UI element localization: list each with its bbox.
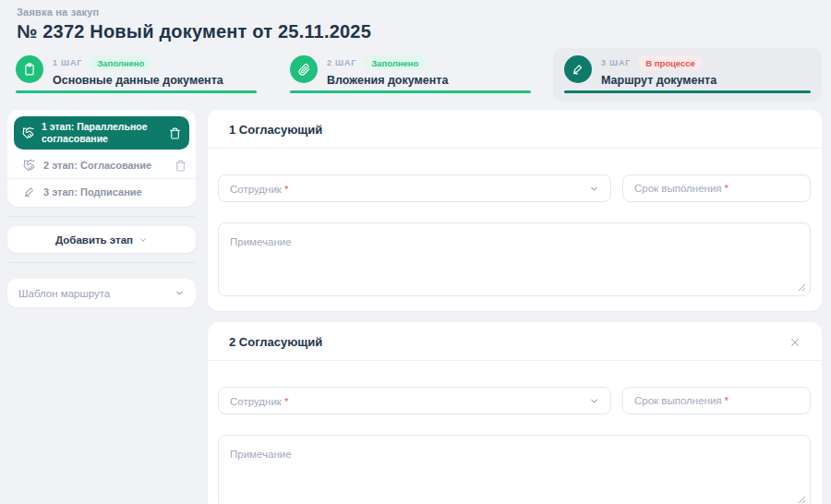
- approver-card-body: Сотрудник* Срок выполнения* Примечание: [208, 149, 822, 311]
- stage-item-1-parallel-approval[interactable]: 1 этап: Параллельное согласование: [14, 116, 189, 150]
- resize-handle[interactable]: [798, 496, 806, 504]
- stage-label: 2 этап: Согласование: [43, 160, 167, 171]
- signature-icon: [564, 55, 592, 83]
- page-title: № 2372 Новый документ от 25.11.2025: [17, 21, 813, 42]
- add-stage-button[interactable]: Добавить этап: [7, 226, 196, 253]
- route-template-select[interactable]: Шаблон маршрута: [7, 279, 196, 307]
- handshake-icon: [23, 159, 36, 172]
- employee-placeholder: Сотрудник: [230, 184, 282, 195]
- stage-item-3-signing[interactable]: 3 этап: Подписание: [7, 178, 196, 205]
- step-2-attachments[interactable]: 2 ШАГ Заполнено Вложения документа: [279, 48, 542, 102]
- step-1-main-data[interactable]: 1 ШАГ Заполнено Основные данные документ…: [5, 48, 268, 102]
- status-badge: В процессе: [638, 55, 703, 70]
- approvers-panel: 1 Согласующий Сотрудник* Срок выполнения…: [208, 110, 822, 504]
- required-mark: *: [284, 184, 288, 195]
- stage-item-2-approval[interactable]: 2 этап: Согласование: [7, 152, 196, 178]
- employee-select[interactable]: Сотрудник*: [218, 387, 611, 414]
- add-stage-label: Добавить этап: [55, 234, 133, 246]
- trash-icon[interactable]: [169, 127, 181, 139]
- employee-placeholder: Сотрудник: [230, 396, 282, 407]
- step-title: Основные данные документа: [53, 74, 223, 87]
- step-progress-bar: [16, 90, 257, 93]
- close-icon[interactable]: [789, 336, 801, 349]
- chevron-down-icon: [138, 235, 148, 245]
- approver-title: 2 Согласующий: [229, 335, 322, 349]
- route-sidebar: 1 этап: Параллельное согласование 2 этап…: [7, 110, 196, 307]
- note-textarea[interactable]: Примечание: [218, 222, 811, 296]
- signature-icon: [23, 186, 36, 198]
- step-number-label: 2 ШАГ: [327, 58, 356, 67]
- trash-icon[interactable]: [175, 160, 187, 172]
- required-mark: *: [725, 183, 729, 194]
- approver-card-1: 1 Согласующий Сотрудник* Срок выполнения…: [208, 110, 822, 311]
- due-date-placeholder: Срок выполнения: [634, 395, 722, 406]
- due-date-input[interactable]: Срок выполнения*: [622, 387, 811, 414]
- due-date-input[interactable]: Срок выполнения*: [622, 174, 811, 202]
- handshake-icon: [22, 126, 35, 139]
- chevron-down-icon: [589, 396, 599, 406]
- content-area: 1 этап: Параллельное согласование 2 этап…: [7, 110, 822, 504]
- step-progress-bar: [564, 90, 811, 93]
- paperclip-icon: [290, 55, 318, 83]
- resize-handle[interactable]: [798, 283, 806, 292]
- required-mark: *: [725, 395, 729, 406]
- route-template-placeholder: Шаблон маршрута: [18, 288, 110, 299]
- required-mark: *: [284, 396, 288, 407]
- step-title: Вложения документа: [327, 74, 448, 87]
- status-badge: Заполнено: [90, 55, 151, 70]
- clipboard-icon: [16, 55, 43, 83]
- step-3-route[interactable]: 3 ШАГ В процессе Маршрут документа: [553, 48, 822, 102]
- note-placeholder: Примечание: [230, 236, 292, 247]
- breadcrumb: Заявка на закуп: [17, 6, 813, 18]
- approver-card-header: 1 Согласующий: [208, 110, 822, 149]
- step-number-label: 3 ШАГ: [601, 58, 631, 67]
- page-header: Заявка на закуп № 2372 Новый документ от…: [0, 0, 831, 42]
- step-number-label: 1 ШАГ: [53, 58, 82, 67]
- step-title: Маршрут документа: [601, 74, 717, 87]
- sidebar-divider: [8, 262, 195, 263]
- stage-label: 1 этап: Параллельное согласование: [42, 121, 163, 145]
- approver-card-header: 2 Согласующий: [208, 322, 822, 361]
- sidebar-divider: [8, 216, 195, 217]
- note-textarea[interactable]: Примечание: [218, 435, 811, 504]
- chevron-down-icon: [175, 288, 185, 298]
- wizard-steps: 1 ШАГ Заполнено Основные данные документ…: [5, 48, 822, 102]
- approver-card-body: Сотрудник* Срок выполнения* Примечание: [208, 361, 822, 504]
- step-progress-bar: [290, 90, 531, 93]
- stage-label: 3 этап: Подписание: [43, 186, 187, 198]
- note-placeholder: Примечание: [230, 449, 292, 460]
- status-badge: Заполнено: [364, 55, 426, 70]
- due-date-placeholder: Срок выполнения: [634, 183, 722, 194]
- approver-card-2: 2 Согласующий Сотрудник*: [208, 322, 822, 504]
- stage-list: 1 этап: Параллельное согласование 2 этап…: [7, 110, 196, 207]
- approver-title: 1 Согласующий: [229, 123, 322, 137]
- chevron-down-icon: [589, 184, 599, 194]
- employee-select[interactable]: Сотрудник*: [218, 174, 611, 202]
